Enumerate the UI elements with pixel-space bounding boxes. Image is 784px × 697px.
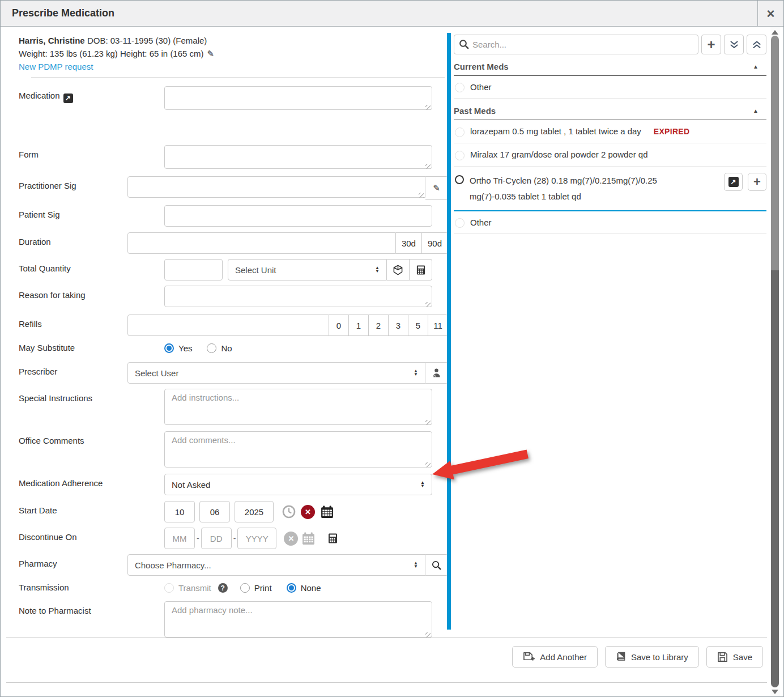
past-meds-header[interactable]: Past Meds ▲ [454, 106, 766, 120]
med-radio[interactable] [455, 151, 465, 160]
start-year-input[interactable] [235, 501, 274, 522]
duration-30d-button[interactable]: 30d [396, 232, 422, 254]
refills-2-button[interactable]: 2 [369, 314, 389, 336]
patient-vitals: Weight: 135 lbs (61.23 kg) Height: 65 in… [19, 49, 204, 58]
save-to-library-button[interactable]: Save to Library [605, 646, 699, 668]
adherence-select[interactable]: Not Asked ▲▼ [164, 474, 432, 495]
start-month-input[interactable] [164, 501, 195, 522]
unit-select[interactable]: Select Unit ▲▼ [228, 259, 387, 280]
clear-start-date-icon[interactable]: ✕ [301, 505, 315, 519]
discontinue-month-input[interactable] [164, 528, 195, 549]
save-plus-icon [523, 652, 535, 662]
calendar-disabled-icon[interactable] [301, 532, 316, 546]
med-item-label: Ortho Tri-Cyclen (28) 0.18 mg(7)/0.215mg… [470, 173, 701, 205]
plus-icon: + [753, 177, 761, 187]
edit-vitals-icon[interactable]: ✎ [207, 49, 215, 59]
discontinue-day-input[interactable] [201, 528, 232, 549]
collapse-all-button[interactable] [724, 35, 744, 54]
add-another-button[interactable]: Add Another [512, 646, 598, 668]
past-meds-title: Past Meds [454, 106, 496, 116]
prescriber-select[interactable]: Select User ▲▼ [127, 362, 425, 384]
pharmacy-label: Pharmacy [19, 554, 127, 576]
med-radio-selected[interactable] [455, 175, 464, 184]
reason-input[interactable] [164, 286, 432, 307]
add-selected-med-button[interactable]: + [748, 173, 766, 191]
discontinue-year-input[interactable] [237, 528, 276, 549]
transmission-row: Transmission Transmit ? Print None [19, 583, 448, 593]
expand-all-button[interactable] [747, 35, 766, 54]
instructions-input[interactable] [164, 389, 432, 425]
med-radio[interactable] [455, 128, 465, 137]
save-icon [717, 652, 728, 662]
prescriber-user-button[interactable] [425, 362, 448, 384]
add-med-button[interactable]: + [701, 35, 721, 54]
past-med-item-lorazepam[interactable]: lorazepam 0.5 mg tablet , 1 tablet twice… [454, 120, 766, 143]
substitute-yes-radio[interactable] [164, 343, 174, 353]
substitute-no-radio[interactable] [207, 343, 216, 353]
past-med-other-item[interactable]: Other [454, 211, 766, 234]
form-input[interactable] [164, 145, 432, 169]
footer-buttons: Add Another Save to Library Save [512, 646, 763, 668]
med-radio[interactable] [455, 83, 465, 92]
dialog-title: Prescribe Medication [1, 7, 114, 19]
refills-3-button[interactable]: 3 [389, 314, 408, 336]
duration-label: Duration [19, 232, 127, 254]
none-radio[interactable] [287, 583, 296, 593]
calendar-icon[interactable] [320, 505, 334, 519]
pharmacy-search-button[interactable] [425, 554, 448, 576]
collapse-triangle-icon[interactable]: ▲ [753, 108, 766, 114]
start-day-input[interactable] [199, 501, 230, 522]
scroll-down-arrow[interactable] [772, 690, 778, 694]
refills-11-button[interactable]: 11 [428, 314, 448, 336]
close-button[interactable]: ✕ [757, 1, 783, 27]
comments-input[interactable] [164, 431, 432, 468]
medication-input[interactable] [164, 86, 432, 110]
quantity-input[interactable] [164, 259, 223, 280]
may-substitute-row: May Substitute Yes No [19, 343, 448, 353]
refills-input[interactable] [127, 314, 329, 336]
medication-external-link-icon[interactable]: ↗ [63, 94, 73, 103]
pharmacy-select[interactable]: Choose Pharmacy... ▲▼ [127, 554, 425, 576]
footer-divider-bottom [6, 682, 767, 683]
current-med-other-item[interactable]: Other [454, 76, 766, 99]
transmit-help-icon[interactable]: ? [218, 583, 228, 593]
past-med-item-ortho-selected[interactable]: Ortho Tri-Cyclen (28) 0.18 mg(7)/0.215mg… [454, 167, 766, 211]
patient-sig-label: Patient Sig [19, 205, 164, 227]
past-med-item-miralax[interactable]: Miralax 17 gram/dose oral powder 2 powde… [454, 143, 766, 167]
clear-discontinue-date-icon[interactable]: ✕ [284, 532, 298, 546]
scrollbar-thumb[interactable] [771, 36, 779, 687]
double-chevron-up-icon [752, 40, 761, 49]
select-arrows-icon: ▲▼ [414, 562, 418, 568]
discontinue-label: Discontinue On [19, 528, 164, 549]
refills-0-button[interactable]: 0 [329, 314, 349, 336]
practitioner-sig-input[interactable] [127, 176, 425, 198]
edit-sig-button[interactable]: ✎ [425, 176, 448, 200]
prescriber-label: Prescriber [19, 362, 127, 384]
collapse-triangle-icon[interactable]: ▲ [753, 63, 766, 70]
close-icon: ✕ [766, 7, 776, 20]
med-radio[interactable] [455, 218, 465, 228]
duration-90d-button[interactable]: 90d [422, 232, 448, 254]
discontinue-row: Discontinue On - - ✕ [19, 528, 448, 549]
print-radio[interactable] [240, 583, 250, 593]
refills-5-button[interactable]: 5 [408, 314, 428, 336]
clock-icon[interactable] [282, 505, 296, 518]
pencil-icon: ✎ [433, 183, 440, 193]
save-button[interactable]: Save [706, 646, 763, 668]
duration-input[interactable] [127, 232, 396, 254]
scrollbar[interactable] [770, 27, 780, 696]
quantity-calculator-button[interactable] [410, 259, 432, 280]
med-item-label: lorazepam 0.5 mg tablet , 1 tablet twice… [470, 126, 641, 136]
refills-1-button[interactable]: 1 [349, 314, 369, 336]
meds-search-input[interactable] [454, 35, 698, 54]
current-meds-header[interactable]: Current Meds ▲ [454, 62, 766, 76]
open-med-button[interactable]: ↗ [724, 173, 743, 191]
days-supply-calculator-icon[interactable] [327, 533, 338, 544]
package-button[interactable] [387, 259, 410, 280]
search-icon [432, 560, 441, 570]
pharmacy-note-input[interactable] [164, 601, 432, 638]
pdmp-request-link[interactable]: New PDMP request [19, 62, 93, 71]
patient-sig-input[interactable] [164, 205, 432, 227]
transmit-radio[interactable] [164, 583, 174, 593]
scroll-up-arrow[interactable] [772, 30, 778, 35]
